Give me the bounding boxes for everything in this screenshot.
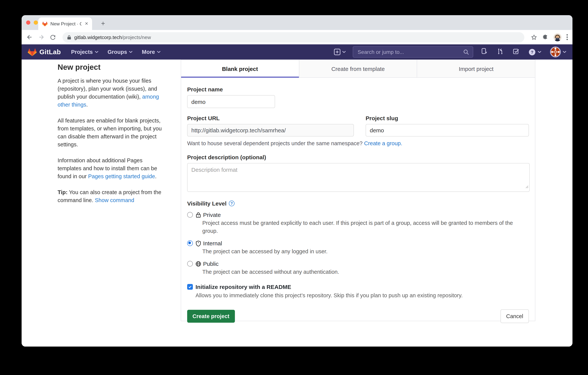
svg-text:?: ? [531,49,534,55]
form-actions: Create project Cancel [187,309,529,323]
readme-description: Allows you to immediately clone this pro… [196,292,529,299]
browser-profile-avatar[interactable] [554,33,561,41]
public-radio[interactable] [187,261,193,266]
tab-create-from-template[interactable]: Create from template [299,60,417,77]
browser-tabstrip: New Project · GitLab ✕ + [21,15,572,30]
page-content: New project A project is where you house… [21,60,572,347]
private-option-row[interactable]: Private [187,211,529,218]
menu-groups[interactable]: Groups [108,49,133,55]
question-circle-icon: ? [528,48,536,55]
help-dropdown[interactable]: ? [528,48,541,55]
screen: New Project · GitLab ✕ + gitlab.widgetco… [0,0,588,375]
chevron-down-icon [157,51,161,53]
public-option-row[interactable]: Public [187,261,529,267]
bookmark-star-icon[interactable] [531,34,537,40]
merge-requests-icon[interactable] [497,48,504,56]
intro-paragraph-3: Information about additional Pages templ… [58,157,165,180]
intro-paragraph-1: A project is where you house your files … [58,77,165,109]
issues-icon[interactable] [481,48,488,56]
gitlab-favicon [42,21,48,26]
browser-tab[interactable]: New Project · GitLab ✕ [38,17,92,30]
tab-import-project[interactable]: Import project [417,60,535,77]
internal-option-row[interactable]: Internal [187,240,529,246]
gitlab-main-menu: Projects Groups More [71,49,161,55]
project-type-tabs: Blank project Create from template Impor… [181,60,535,78]
project-slug-input[interactable] [366,124,529,136]
new-project-card: Blank project Create from template Impor… [181,60,535,321]
browser-toolbar: gitlab.widgetcorp.tech/projects/new [21,30,572,44]
readme-option: Initialize repository with a README Allo… [187,284,529,299]
resize-grip-icon[interactable] [525,183,528,190]
project-url-field: Project URL [187,115,354,136]
todos-icon[interactable] [513,48,519,56]
user-menu[interactable] [550,47,567,57]
shield-icon [196,240,201,246]
project-description-label: Project description (optional) [187,154,529,160]
readme-label: Initialize repository with a README [196,284,291,290]
gitlab-tanuki-icon [28,48,37,56]
description-wrapper [187,163,530,192]
project-name-input[interactable] [187,95,275,108]
browser-window: New Project · GitLab ✕ + gitlab.widgetco… [21,15,572,347]
internal-label: Internal [203,240,222,246]
menu-more[interactable]: More [142,49,161,55]
close-window-button[interactable] [26,21,30,25]
internal-radio-selected[interactable] [187,240,193,246]
navbar-icon-group: ? [481,47,567,57]
public-label: Public [203,261,219,267]
search-input[interactable] [357,49,463,55]
private-label: Private [203,211,221,218]
project-description-textarea[interactable] [187,163,530,192]
menu-projects[interactable]: Projects [71,49,98,55]
forward-icon[interactable] [38,34,45,41]
create-project-button[interactable]: Create project [187,310,235,323]
chevron-down-icon [563,51,567,53]
minimize-window-button[interactable] [34,21,38,25]
tab-title: New Project · GitLab [50,21,82,26]
address-bar[interactable]: gitlab.widgetcorp.tech/projects/new [63,32,524,42]
intro-paragraph-2: All features are enabled for blank proje… [58,117,165,149]
global-search[interactable] [353,46,473,58]
chevron-down-icon [538,51,541,53]
visibility-level-label: Visibility Level [187,200,227,207]
intro-tip: Tip: You can also create a project from … [58,188,165,204]
show-command-link[interactable]: Show command [95,197,134,203]
project-url-input[interactable] [187,124,354,136]
plus-square-icon [334,49,341,55]
new-item-dropdown[interactable] [334,49,346,55]
project-slug-field: Project slug [366,115,529,136]
internal-description: The project can be accessed by any logge… [202,248,529,255]
create-a-group-link[interactable]: Create a group. [364,140,402,146]
user-avatar [550,47,560,57]
search-icon [463,49,469,55]
url-text: gitlab.widgetcorp.tech/projects/new [74,34,151,40]
page-title: New project [58,62,165,72]
browser-menu-kebab-icon[interactable] [567,34,568,40]
chevron-down-icon [95,51,98,53]
visibility-option-public: Public The project can be accessed witho… [187,261,529,276]
project-slug-label: Project slug [366,115,529,121]
visibility-help-icon[interactable]: ? [229,201,234,206]
project-url-label: Project URL [187,115,354,121]
visibility-level-header: Visibility Level ? [187,200,529,207]
cancel-button[interactable]: Cancel [501,309,529,323]
private-radio[interactable] [187,212,193,218]
pages-guide-link[interactable]: Pages getting started guide [88,173,155,179]
visibility-option-internal: Internal The project can be accessed by … [187,240,529,255]
https-lock-icon [67,35,71,40]
readme-checkbox-checked[interactable] [187,284,193,290]
namespace-hint: Want to house several dependent projects… [187,140,529,146]
lock-icon [196,212,201,218]
visibility-option-private: Private Project access must be granted e… [187,211,529,235]
back-icon[interactable] [26,34,33,41]
chevron-down-icon [342,51,346,53]
readme-row[interactable]: Initialize repository with a README [187,284,529,290]
public-description: The project can be accessed without any … [202,268,529,276]
new-tab-button[interactable]: + [97,18,109,29]
reload-icon[interactable] [50,34,56,40]
gitlab-logo[interactable]: GitLab [28,48,61,56]
url-slug-row: Project URL Project slug [187,115,529,136]
tab-blank-project[interactable]: Blank project [181,60,299,77]
tab-close-icon[interactable]: ✕ [84,21,89,26]
extensions-puzzle-icon[interactable] [542,34,549,40]
